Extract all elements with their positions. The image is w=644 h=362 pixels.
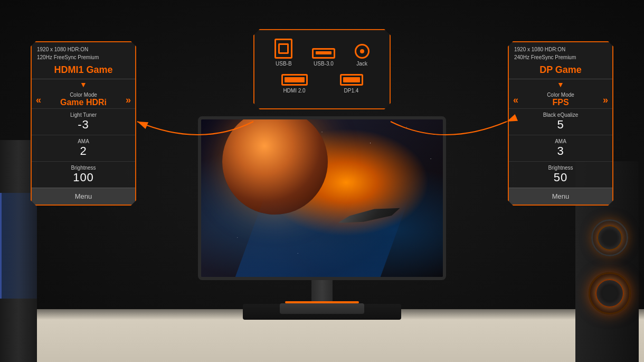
left-brightness-value: 100 — [32, 171, 135, 184]
right-panel-header: 1920 x 1080 HDR:ON 240Hz FreeSync Premiu… — [509, 42, 612, 62]
usb3-item: USB-3.0 — [312, 48, 335, 67]
left-color-mode-row: « Color Mode Game HDRi » — [32, 89, 135, 108]
monitor-brand-label: BenQ — [315, 280, 329, 280]
right-arrow-left-icon[interactable]: « — [513, 95, 518, 105]
left-ama-label: AMA — [32, 138, 135, 144]
hdmi-icon — [281, 74, 308, 86]
usb-b-icon — [274, 39, 292, 59]
left-panel-header: 1920 x 1080 HDR:ON 120Hz FreeSync Premiu… — [32, 42, 135, 62]
monitor-stand-base — [280, 303, 364, 314]
jack-label: Jack — [356, 61, 367, 67]
monitor-bezel-bottom: BenQ — [201, 277, 443, 280]
right-header-line1: 1920 x 1080 HDR:ON — [514, 45, 607, 53]
right-ama-value: 3 — [509, 144, 612, 158]
right-arrow-right-icon[interactable]: » — [603, 95, 608, 105]
usb3-icon — [312, 48, 335, 59]
usb-bottom-row: HDMI 2.0 DP1.4 — [265, 74, 379, 94]
left-menu-button[interactable]: Menu — [32, 188, 135, 205]
dp-label: DP1.4 — [344, 88, 359, 94]
left-header-line1: 1920 x 1080 HDR:ON — [37, 45, 130, 53]
left-brightness-label: Brightness — [32, 165, 135, 171]
left-ama-section: AMA 2 — [32, 135, 135, 161]
right-black-equalize-value: 5 — [509, 118, 612, 132]
monitor-screen — [201, 119, 443, 277]
right-ama-label: AMA — [509, 138, 612, 144]
left-arrow-right-icon[interactable]: » — [126, 95, 131, 105]
left-ama-value: 2 — [32, 144, 135, 158]
right-panel-title: DP Game — [509, 62, 612, 79]
left-color-mode-center: Color Mode Game HDRi — [41, 92, 126, 107]
right-arrow-down: ▼ — [509, 79, 612, 89]
jack-item: Jack — [355, 44, 370, 67]
hdmi-label: HDMI 2.0 — [283, 88, 305, 94]
left-color-mode-value: Game HDRi — [41, 98, 126, 107]
monitor-screen-bezel: BenQ — [198, 116, 446, 280]
dp-icon — [340, 74, 363, 86]
right-brightness-label: Brightness — [509, 165, 612, 171]
right-osd-panel: 1920 x 1080 HDR:ON 240Hz FreeSync Premiu… — [508, 41, 613, 206]
left-brightness-section: Brightness 100 — [32, 161, 135, 188]
left-osd-panel: 1920 x 1080 HDR:ON 120Hz FreeSync Premiu… — [31, 41, 136, 206]
jack-icon — [355, 44, 370, 59]
usb-b-item: USB-B — [274, 39, 292, 67]
left-light-tuner-section: Light Tuner -3 — [32, 108, 135, 135]
right-ama-section: AMA 3 — [509, 135, 612, 161]
usb-hub-panel: USB-B USB-3.0 Jack HDMI 2.0 DP1.4 — [253, 29, 391, 109]
dp-item: DP1.4 — [340, 74, 363, 94]
right-header-line2: 240Hz FreeSync Premium — [514, 53, 607, 61]
left-light-tuner-value: -3 — [32, 118, 135, 132]
right-brightness-value: 50 — [509, 171, 612, 184]
right-menu-button[interactable]: Menu — [509, 188, 612, 205]
usb-b-label: USB-B — [276, 61, 292, 67]
right-color-mode-value: FPS — [518, 98, 603, 107]
usb3-label: USB-3.0 — [314, 61, 334, 67]
left-color-mode-label: Color Mode — [41, 92, 126, 98]
right-color-mode-center: Color Mode FPS — [518, 92, 603, 107]
left-arrow-left-icon[interactable]: « — [36, 95, 41, 105]
left-header-line2: 120Hz FreeSync Premium — [37, 53, 130, 61]
right-color-mode-label: Color Mode — [518, 92, 603, 98]
usb-top-row: USB-B USB-3.0 Jack — [265, 39, 379, 67]
monitor-stand-neck — [311, 280, 333, 301]
speaker-ring-bottom — [589, 272, 631, 314]
speaker-ring-top — [591, 219, 628, 256]
right-black-equalize-section: Black eQualize 5 — [509, 108, 612, 135]
left-panel-title: HDMI1 Game — [32, 62, 135, 79]
left-arrow-down: ▼ — [32, 79, 135, 89]
monitor: BenQ — [198, 116, 446, 314]
right-black-equalize-label: Black eQualize — [509, 112, 612, 118]
pc-blue-light — [0, 193, 37, 299]
right-brightness-section: Brightness 50 — [509, 161, 612, 188]
right-color-mode-row: « Color Mode FPS » — [509, 89, 612, 108]
hdmi-item: HDMI 2.0 — [281, 74, 308, 94]
left-light-tuner-label: Light Tuner — [32, 112, 135, 118]
